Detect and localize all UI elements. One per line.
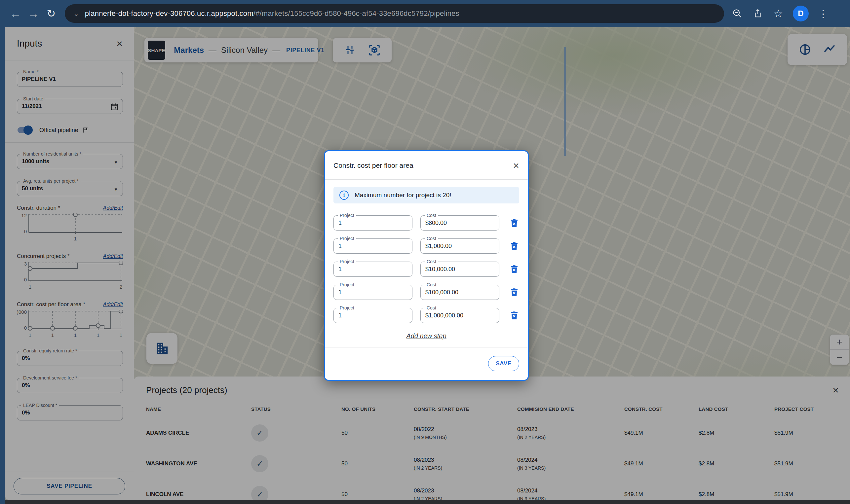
share-icon[interactable] (752, 7, 764, 19)
cost-field[interactable]: Cost (420, 308, 499, 323)
url-path: /#/markets/155cc9d6-d580-496c-af54-33e69… (253, 9, 459, 18)
project-field[interactable]: Project (334, 308, 412, 323)
constr-cost-modal: Constr. cost per floor area × i Maximum … (324, 150, 529, 381)
browser-menu-icon[interactable]: ⋮ (817, 7, 829, 19)
info-text: Maximum number for project is 20! (355, 192, 451, 199)
browser-back-icon[interactable]: ← (6, 5, 24, 22)
cost-field[interactable]: Cost (420, 238, 499, 254)
page: SHΛPE Markets — Silicon Valley — PIPELIN… (5, 27, 850, 504)
address-bar[interactable]: ⌄ plannerfe-dot-factory-dev-306706.uc.r.… (65, 4, 724, 23)
bookmark-star-icon[interactable]: ☆ (772, 7, 784, 19)
cost-field[interactable]: Cost (420, 285, 499, 300)
cost-label: Cost (425, 259, 438, 264)
project-label: Project (338, 259, 356, 264)
cost-step-row: Project Cost (334, 285, 519, 300)
screen: ← → ↻ ⌄ plannerfe-dot-factory-dev-306706… (0, 0, 850, 504)
cost-label: Cost (425, 282, 438, 287)
cost-step-row: Project Cost (334, 308, 519, 323)
cost-step-row: Project Cost (334, 238, 519, 254)
zoom-out-page-icon[interactable] (731, 7, 743, 19)
project-label: Project (338, 282, 356, 287)
modal-title: Constr. cost per floor area (334, 162, 413, 169)
project-field[interactable]: Project (334, 238, 412, 254)
cost-label: Cost (425, 213, 438, 218)
cost-step-row: Project Cost (334, 262, 519, 277)
project-field[interactable]: Project (334, 262, 412, 277)
cost-label: Cost (425, 305, 438, 310)
project-label: Project (338, 213, 356, 218)
delete-step-icon[interactable] (509, 218, 519, 228)
cost-field[interactable]: Cost (420, 215, 499, 231)
cost-field[interactable]: Cost (420, 262, 499, 277)
project-label: Project (338, 236, 356, 241)
project-label: Project (338, 305, 356, 310)
cost-label: Cost (425, 236, 438, 241)
site-info-chevron-icon[interactable]: ⌄ (73, 10, 79, 18)
delete-step-icon[interactable] (509, 241, 519, 251)
info-icon: i (339, 191, 349, 200)
modal-close-icon[interactable]: × (513, 160, 519, 171)
project-field[interactable]: Project (334, 215, 412, 231)
info-banner: i Maximum number for project is 20! (334, 187, 519, 203)
profile-avatar[interactable]: D (793, 6, 809, 21)
cost-step-row: Project Cost (334, 215, 519, 231)
browser-forward-icon[interactable]: → (24, 5, 42, 22)
add-new-step-link[interactable]: Add new step (406, 332, 446, 340)
delete-step-icon[interactable] (509, 287, 519, 297)
cost-steps: Project Cost (334, 215, 519, 323)
delete-step-icon[interactable] (509, 310, 519, 320)
delete-step-icon[interactable] (509, 264, 519, 274)
browser-refresh-icon[interactable]: ↻ (42, 5, 60, 22)
url-host: plannerfe-dot-factory-dev-306706.uc.r.ap… (85, 9, 253, 18)
browser-chrome: ← → ↻ ⌄ plannerfe-dot-factory-dev-306706… (0, 0, 850, 27)
chrome-actions: ☆ D ⋮ (731, 6, 829, 21)
window-edge (0, 27, 5, 504)
project-field[interactable]: Project (334, 285, 412, 300)
modal-save-button[interactable]: SAVE (488, 356, 519, 371)
